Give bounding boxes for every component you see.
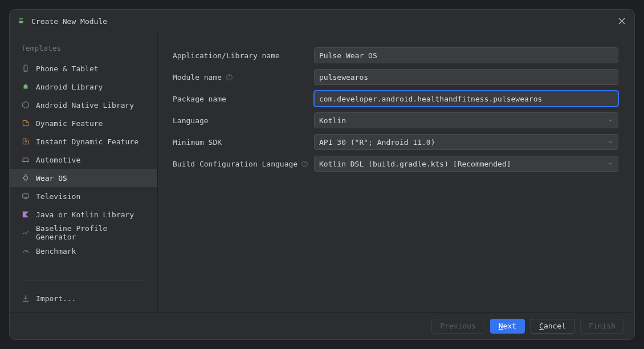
build-config-select-value: Kotlin DSL (build.gradle.kts) [Recommend… <box>319 160 511 168</box>
help-icon[interactable] <box>225 73 233 81</box>
min-sdk-select-value: API 30 ("R"; Android 11.0) <box>319 138 435 147</box>
svg-line-8 <box>26 251 27 253</box>
sidebar-header: Templates <box>10 40 157 59</box>
sidebar-item-android-native-library[interactable]: Android Native Library <box>10 96 157 114</box>
finish-button: Finish <box>580 319 624 334</box>
tv-icon <box>21 192 30 201</box>
chevron-down-icon <box>608 117 613 123</box>
build-config-label: Build Configuration Language <box>173 160 308 168</box>
module-name-input[interactable] <box>314 69 618 85</box>
sidebar-item-dynamic-feature[interactable]: Dynamic Feature <box>10 114 157 132</box>
import-icon <box>21 294 30 303</box>
sidebar-item-label: Benchmark <box>36 247 76 255</box>
sidebar-item-label: Television <box>36 192 80 201</box>
sidebar-item-automotive[interactable]: Automotive <box>10 151 157 169</box>
kotlin-icon <box>21 210 30 219</box>
templates-sidebar: Templates Phone & Tablet Android Library <box>10 33 158 312</box>
dialog-footer: Previous Next Cancel Finish <box>10 312 634 339</box>
dialog-title: Create New Module <box>31 17 610 26</box>
sidebar-item-label: Baseline Profile Generator <box>36 224 146 241</box>
sidebar-item-label: Dynamic Feature <box>36 119 103 128</box>
svg-point-5 <box>24 176 28 180</box>
sidebar-item-benchmark[interactable]: Benchmark <box>10 242 157 260</box>
language-select-value: Kotlin <box>319 116 346 125</box>
chevron-down-icon <box>608 161 613 167</box>
svg-marker-2 <box>23 102 29 108</box>
phone-icon <box>21 64 30 73</box>
sidebar-item-label: Instant Dynamic Feature <box>36 137 138 146</box>
close-icon <box>618 18 625 25</box>
instant-dynamic-feature-icon <box>21 137 30 146</box>
module-name-label: Module name <box>173 73 308 82</box>
build-config-select[interactable]: Kotlin DSL (build.gradle.kts) [Recommend… <box>314 156 618 172</box>
language-select[interactable]: Kotlin <box>314 112 618 128</box>
android-icon <box>17 17 26 26</box>
form-panel: Application/Library name Module name Pac… <box>158 33 634 312</box>
cpp-icon <box>21 100 30 109</box>
language-label: Language <box>173 116 308 125</box>
sidebar-item-label: Android Native Library <box>36 101 134 109</box>
import-button[interactable]: Import... <box>10 289 157 307</box>
watch-icon <box>21 173 30 182</box>
sidebar-item-wear-os[interactable]: Wear OS <box>10 169 157 187</box>
import-label: Import... <box>36 294 76 303</box>
chevron-down-icon <box>608 139 613 145</box>
min-sdk-select[interactable]: API 30 ("R"; Android 11.0) <box>314 134 618 150</box>
cancel-button[interactable]: Cancel <box>531 319 574 334</box>
sidebar-divider <box>21 281 146 281</box>
sidebar-item-label: Phone & Tablet <box>36 64 99 73</box>
sidebar-item-instant-dynamic-feature[interactable]: Instant Dynamic Feature <box>10 132 157 151</box>
titlebar: Create New Module <box>10 10 634 33</box>
sidebar-item-label: Wear OS <box>36 174 67 182</box>
close-button[interactable] <box>616 15 627 27</box>
sidebar-item-baseline-profile-generator[interactable]: Baseline Profile Generator <box>10 224 157 242</box>
sidebar-item-android-library[interactable]: Android Library <box>10 78 157 96</box>
next-button[interactable]: Next <box>490 319 525 334</box>
sidebar-item-television[interactable]: Television <box>10 187 157 205</box>
svg-rect-6 <box>23 194 29 198</box>
min-sdk-label: Minimum SDK <box>173 138 308 147</box>
android-icon <box>21 82 30 91</box>
gauge-icon <box>21 246 30 255</box>
dynamic-feature-icon <box>21 119 30 128</box>
sidebar-item-label: Android Library <box>36 83 103 91</box>
package-name-input[interactable] <box>314 91 618 107</box>
app-name-input[interactable] <box>314 47 618 63</box>
sidebar-item-label: Automotive <box>36 156 80 164</box>
car-icon <box>21 155 30 164</box>
sidebar-item-java-kotlin-library[interactable]: Java or Kotlin Library <box>10 205 157 224</box>
svg-point-10 <box>229 78 230 79</box>
sidebar-item-phone-tablet[interactable]: Phone & Tablet <box>10 59 157 78</box>
baseline-profile-icon <box>21 228 30 237</box>
app-name-label: Application/Library name <box>173 51 308 60</box>
package-name-label: Package name <box>173 95 308 103</box>
help-icon[interactable] <box>301 160 308 168</box>
svg-point-12 <box>304 165 305 165</box>
new-module-dialog: Create New Module Templates Phone & Tabl… <box>9 9 635 340</box>
sidebar-item-label: Java or Kotlin Library <box>36 210 134 219</box>
previous-button: Previous <box>431 319 484 334</box>
